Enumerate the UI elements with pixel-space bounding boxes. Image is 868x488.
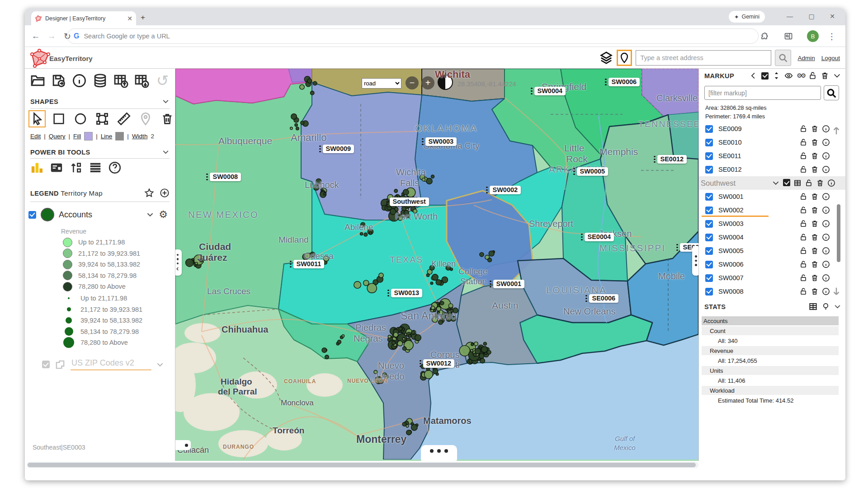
drag-handle-icon[interactable]	[420, 360, 421, 367]
pin-tool-button[interactable]	[617, 50, 632, 66]
info-icon[interactable]	[822, 206, 830, 214]
unlock-all-icon[interactable]	[808, 71, 817, 80]
drag-handle-icon[interactable]	[387, 290, 389, 297]
trash-icon[interactable]	[811, 274, 819, 282]
territory-label-sw0009[interactable]: SW0009	[319, 145, 354, 153]
territory-label-sw0001[interactable]: SW0001	[490, 280, 524, 288]
markup-row-sw0002[interactable]: SW0002	[699, 203, 845, 217]
row-checkbox[interactable]	[705, 125, 713, 133]
info-icon[interactable]	[822, 165, 830, 174]
markup-row-se0009[interactable]: SE0009	[699, 122, 845, 136]
drag-handle-icon[interactable]	[422, 138, 424, 145]
table-export-icon[interactable]	[133, 72, 150, 89]
close-button[interactable]: ✕	[822, 8, 843, 24]
chevron-down-icon[interactable]	[156, 361, 164, 369]
trash-icon[interactable]	[816, 179, 824, 187]
shapes-section-header[interactable]: SHAPES	[30, 98, 170, 105]
drag-handle-icon[interactable]	[605, 79, 607, 86]
lightbulb-icon[interactable]	[821, 302, 830, 311]
unlock-icon[interactable]	[799, 274, 807, 282]
unlock-icon[interactable]	[799, 260, 807, 268]
zoom-in-button[interactable]: +	[421, 76, 434, 89]
info-icon[interactable]	[822, 125, 830, 133]
admin-link[interactable]: Admin	[797, 55, 815, 61]
trash-icon[interactable]	[811, 206, 819, 214]
trash-icon[interactable]	[811, 287, 819, 296]
row-checkbox[interactable]	[705, 220, 713, 228]
unlock-icon[interactable]	[799, 287, 807, 296]
row-checkbox[interactable]	[705, 234, 713, 241]
fill-link[interactable]: Fill	[73, 133, 81, 140]
unlock-icon[interactable]	[799, 125, 807, 133]
info-icon[interactable]	[822, 138, 830, 146]
territory-label-sw0013[interactable]: SW0013	[387, 289, 422, 297]
markup-row-se0011[interactable]: SE0011	[699, 149, 845, 163]
chevron-down-icon[interactable]	[833, 71, 841, 80]
territory-label-sw0006[interactable]: SW0006	[605, 78, 640, 86]
markup-scrollbar-thumb[interactable]	[837, 204, 840, 262]
trash-icon[interactable]	[811, 260, 819, 268]
markup-filter-input[interactable]	[704, 86, 821, 100]
territory-label-sw0008[interactable]: SW0008	[206, 173, 241, 181]
accounts-checkbox[interactable]	[28, 211, 36, 219]
info-icon[interactable]	[822, 260, 830, 268]
drag-handle-icon[interactable]	[319, 145, 321, 153]
powerbi-section-header[interactable]: POWER BI TOOLS	[30, 148, 170, 156]
sort-icon[interactable]	[772, 71, 781, 80]
unlock-icon[interactable]	[799, 233, 807, 241]
trash-icon[interactable]	[811, 138, 819, 146]
markup-row-sw0005[interactable]: SW0005	[699, 244, 845, 258]
territory-label-se0004[interactable]: SE0004	[581, 233, 614, 241]
drag-handle-icon[interactable]	[581, 234, 583, 241]
back-icon[interactable]: ←	[29, 30, 42, 42]
delete-shape-tool[interactable]	[159, 110, 176, 127]
info-icon[interactable]	[822, 233, 830, 241]
markup-search-button[interactable]	[824, 85, 839, 100]
logout-link[interactable]: Logout	[821, 55, 840, 61]
forward-icon[interactable]: →	[45, 30, 58, 42]
circle-tool[interactable]	[72, 110, 89, 127]
chevron-down-icon[interactable]	[162, 98, 170, 105]
browser-tab[interactable]: Designer | EasyTerritory ✕	[31, 11, 136, 25]
scroll-down-icon[interactable]	[831, 286, 841, 296]
new-tab-button[interactable]: +	[141, 13, 145, 22]
horizontal-scrollbar[interactable]	[27, 462, 698, 468]
horizontal-scrollbar-thumb[interactable]	[28, 463, 696, 467]
drag-handle-icon[interactable]	[585, 295, 587, 302]
markup-row-sw0007[interactable]: SW0007	[699, 271, 845, 285]
width-link[interactable]: Width	[132, 133, 148, 140]
territory-label-southwest[interactable]: Southwest	[386, 197, 429, 206]
rectangle-tool[interactable]	[50, 110, 67, 127]
accounts-layer-row[interactable]: Accounts ⚙	[28, 208, 170, 221]
drag-handle-icon[interactable]	[654, 156, 656, 163]
markup-row-southwest[interactable]: Southwest	[699, 176, 845, 190]
unlock-icon[interactable]	[799, 206, 807, 214]
maximize-button[interactable]: ▢	[801, 8, 822, 24]
territory-label-sw0005[interactable]: SW0005	[573, 167, 608, 176]
hierarchy-sort-icon[interactable]	[69, 161, 83, 174]
map-canvas[interactable]: AlbuquerqueNEW MEXICOLas CrucesAmarilloL…	[175, 69, 698, 461]
territory-label-se0012[interactable]: SE0012	[654, 155, 687, 164]
chevron-down-icon[interactable]	[146, 211, 154, 219]
row-checkbox[interactable]	[705, 152, 713, 160]
markup-row-sw0003[interactable]: SW0003	[699, 217, 845, 230]
group-table-icon[interactable]	[793, 179, 802, 187]
database-icon[interactable]	[92, 72, 108, 89]
chevron-down-icon[interactable]	[772, 179, 780, 187]
tab-close-icon[interactable]: ✕	[127, 15, 132, 22]
rows-icon[interactable]	[89, 161, 102, 174]
row-checkbox[interactable]	[705, 274, 713, 282]
info-icon[interactable]	[822, 192, 830, 201]
gear-icon[interactable]: ⚙	[159, 209, 168, 221]
report-card-icon[interactable]	[50, 161, 63, 174]
markup-row-sw0001[interactable]: SW0001	[699, 190, 845, 203]
trash-icon[interactable]	[811, 125, 819, 133]
unlock-icon[interactable]	[799, 220, 807, 228]
visibility-icon[interactable]	[784, 71, 793, 80]
info-icon[interactable]	[822, 247, 830, 255]
drag-handle-icon[interactable]	[490, 281, 491, 288]
table-import-icon[interactable]	[113, 72, 129, 89]
trash-icon[interactable]	[811, 165, 819, 174]
territory-label-sw0004[interactable]: SW0004	[531, 87, 566, 95]
delete-all-icon[interactable]	[821, 71, 829, 80]
